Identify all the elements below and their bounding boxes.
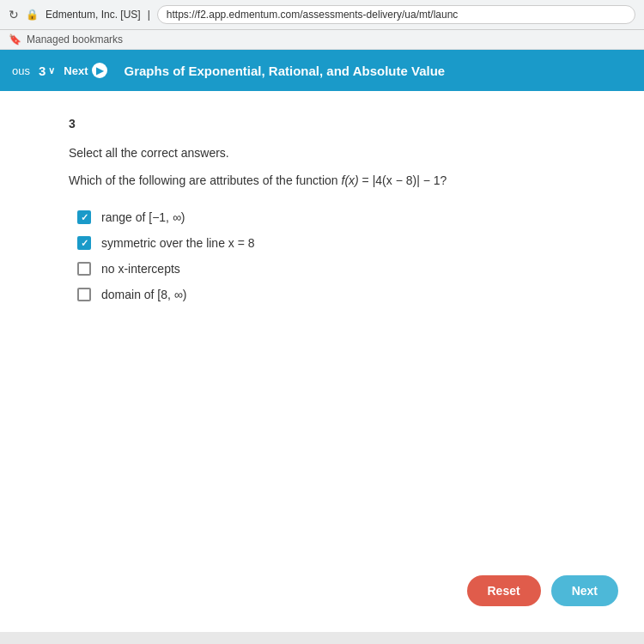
nav-next-button[interactable]: Next ▶ xyxy=(64,63,106,78)
list-item: range of [−1, ∞) xyxy=(77,210,610,224)
question-text: Which of the following are attributes of… xyxy=(69,172,610,190)
browser-bar: ↻ 🔒 Edmentum, Inc. [US] | https://f2.app… xyxy=(0,0,644,30)
checkbox-option1[interactable] xyxy=(77,210,91,224)
nav-next-label: Next xyxy=(64,64,88,77)
checkbox-option4[interactable] xyxy=(77,288,91,301)
bookmarks-icon: 🔖 xyxy=(9,33,21,46)
list-item: domain of [8, ∞) xyxy=(77,288,610,301)
options-list: range of [−1, ∞) symmetric over the line… xyxy=(77,210,610,301)
option3-label: no x-intercepts xyxy=(101,262,180,276)
list-item: no x-intercepts xyxy=(77,262,610,276)
question-number: 3 xyxy=(69,117,610,131)
reset-button[interactable]: Reset xyxy=(467,575,541,606)
question-text-italic: f(x) xyxy=(342,173,359,187)
top-nav: ous 3 ∨ Next ▶ Graphs of Exponential, Ra… xyxy=(0,50,644,91)
lock-icon: 🔒 xyxy=(26,9,39,21)
option1-label: range of [−1, ∞) xyxy=(101,210,185,224)
chevron-down-icon: ∨ xyxy=(48,65,55,76)
bottom-buttons: Reset Next xyxy=(467,575,619,606)
checkbox-option3[interactable] xyxy=(77,262,91,276)
content-area: 3 Select all the correct answers. Which … xyxy=(0,91,644,632)
question-number-nav[interactable]: 3 ∨ xyxy=(39,64,55,78)
nav-next-circle-icon: ▶ xyxy=(92,63,107,78)
bookmarks-bar: 🔖 Managed bookmarks xyxy=(0,30,644,50)
url-separator: | xyxy=(148,9,150,21)
question-text-part2: = |4(x − 8)| − 1? xyxy=(359,173,447,187)
option4-label: domain of [8, ∞) xyxy=(101,288,186,301)
nav-number: 3 xyxy=(39,64,46,78)
bookmarks-label: Managed bookmarks xyxy=(27,33,123,46)
list-item: symmetric over the line x = 8 xyxy=(77,236,610,250)
reload-icon[interactable]: ↻ xyxy=(9,8,19,21)
nav-title: Graphs of Exponential, Rational, and Abs… xyxy=(125,64,446,78)
site-name: Edmentum, Inc. [US] xyxy=(46,9,141,21)
url-bar[interactable]: https://f2.app.edmentum.com/assessments-… xyxy=(157,5,635,24)
question-text-part1: Which of the following are attributes of… xyxy=(69,173,342,187)
option2-label: symmetric over the line x = 8 xyxy=(101,236,255,250)
question-instruction: Select all the correct answers. xyxy=(69,146,610,160)
checkbox-option2[interactable] xyxy=(77,236,91,250)
prev-nav-label[interactable]: ous xyxy=(12,64,30,77)
next-button[interactable]: Next xyxy=(551,575,618,606)
